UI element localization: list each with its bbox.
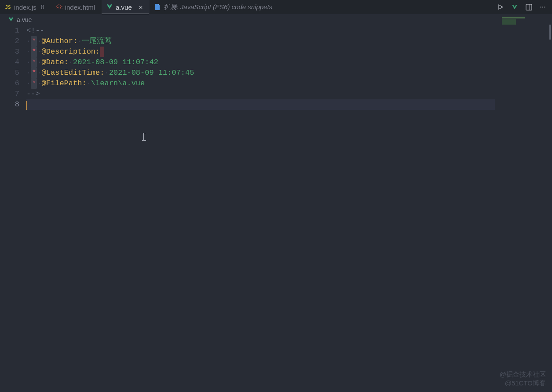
html-icon: </> — [55, 4, 62, 11]
watermark: @掘金技术社区 — [500, 370, 546, 379]
text-cursor — [26, 101, 27, 110]
watermark: @51CTO博客 — [505, 379, 546, 388]
doc-tag: @Date: — [42, 57, 69, 68]
tab-label: index.html — [65, 4, 95, 11]
vue-devtool-icon[interactable] — [511, 3, 519, 11]
line-number: 5 — [0, 68, 26, 78]
vue-icon — [8, 17, 14, 23]
tab-label: 扩展: JavaScript (ES6) code snippets — [164, 3, 273, 11]
doc-value: 2021-08-09 11:07:45 — [109, 68, 194, 78]
js-icon: JS — [4, 4, 11, 11]
code-line: 1 <!-- — [0, 25, 552, 36]
code-line-current: 8 — [0, 99, 552, 110]
file-icon — [154, 4, 161, 11]
line-number: 4 — [0, 57, 26, 68]
doc-tag: @FilePath: — [42, 78, 87, 89]
svg-text:</>: </> — [57, 5, 62, 10]
code-line: 5 ·*·@LastEditTime:·2021-08-09 11:07:45 — [0, 68, 552, 78]
doc-value: 2021-08-09 11:07:42 — [73, 57, 158, 68]
tab-bar: JS index.js 8 </> index.html a.vue × 扩展:… — [0, 0, 552, 14]
code-line: 7 --> — [0, 89, 552, 99]
tab-a-vue[interactable]: a.vue × — [102, 0, 149, 14]
code-line: 4 ·*·@Date:·2021-08-09 11:07:42 — [0, 57, 552, 68]
split-editor-icon[interactable] — [525, 3, 533, 11]
doc-tag: @LastEditTime: — [42, 68, 105, 78]
doc-value: \learn\a.vue — [91, 78, 145, 89]
run-icon[interactable] — [497, 3, 504, 11]
doc-value: 一尾流莺 — [82, 36, 112, 47]
tab-badge: 8 — [41, 4, 44, 11]
more-icon[interactable]: ··· — [539, 3, 547, 11]
line-number: 6 — [0, 78, 26, 89]
tab-extension[interactable]: 扩展: JavaScript (ES6) code snippets — [150, 0, 279, 14]
code-editor[interactable]: 1 <!-- 2 ·*·@Author:·一尾流莺 3 ·*·@Descript… — [0, 25, 552, 110]
tab-actions: ··· — [491, 0, 552, 14]
doc-tag: @Author: — [42, 36, 78, 47]
code-line: 6 ·*·@FilePath:·\learn\a.vue — [0, 78, 552, 89]
line-number: 1 — [0, 25, 26, 36]
breadcrumb-text: a.vue — [17, 16, 32, 23]
tab-label: a.vue — [116, 4, 132, 11]
tab-index-html[interactable]: </> index.html — [51, 0, 102, 14]
comment-close: --> — [26, 89, 40, 99]
text-ibeam-cursor — [143, 133, 144, 141]
line-number: 8 — [0, 99, 26, 110]
code-line: 2 ·*·@Author:·一尾流莺 — [0, 36, 552, 47]
comment-open: <!-- — [26, 25, 44, 36]
close-icon[interactable]: × — [139, 4, 143, 11]
tab-label: index.js — [14, 4, 37, 11]
line-number: 7 — [0, 89, 26, 99]
code-line: 3 ·*·@Description: — [0, 47, 552, 57]
vue-icon — [106, 4, 113, 11]
line-number: 3 — [0, 47, 26, 57]
trailing-space-block — [100, 47, 104, 57]
doc-tag: @Description: — [42, 47, 100, 57]
breadcrumb[interactable]: a.vue — [0, 14, 552, 25]
tab-index-js[interactable]: JS index.js 8 — [0, 0, 51, 14]
line-number: 2 — [0, 36, 26, 47]
